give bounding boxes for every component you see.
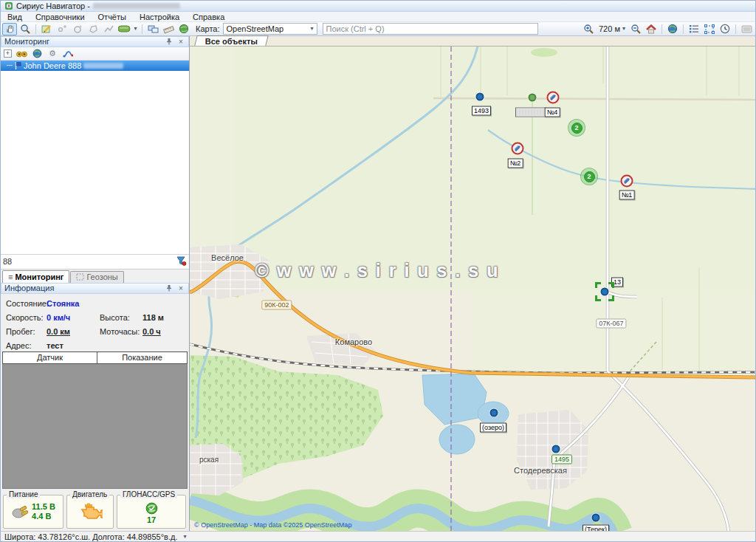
map-canvas[interactable]: Весёлое Комарово Стодеревская рская 90К-… [190,47,755,531]
altitude-label: Высота: [100,313,142,322]
expand-icon[interactable]: + [4,49,12,58]
globe-icon[interactable] [31,48,43,59]
tab-monitoring[interactable]: ≡ Мониторинг [2,270,69,283]
state-value: Стоянка [47,299,100,308]
speed-label: Скорость: [6,313,47,322]
gauge-gps-value: 17 [147,515,156,525]
main-toolbar: ▾ Карта: OpenStreetMap ▾ 720 м ▾ [1,22,755,36]
menu-otchety[interactable]: Отчёты [92,12,133,22]
toolbar-separator [735,24,736,34]
object-dot-ozero[interactable] [490,409,498,417]
redacted-map-label [515,108,546,117]
tree-toolbar: + ⚙ [1,47,189,61]
chevron-down-icon[interactable]: ▾ [183,534,186,540]
hours-value[interactable]: 0.0 ч [142,327,161,336]
gauge-power-value-1: 11.5 В [32,502,55,512]
map-provider-label: Карта: [196,24,220,33]
poi-label-n4[interactable]: №4 [545,108,560,117]
map-attribution: © OpenStreetMap - Map data ©2025 OpenStr… [194,521,351,529]
sensor-table-body [2,364,188,489]
globe-icon[interactable] [665,23,680,35]
list-icon[interactable] [687,23,701,35]
menu-bar: Вид Справочники Отчёты Настройка Справка [1,12,755,22]
poi-label-n1[interactable]: №1 [619,191,635,200]
road-shield-1495: 1495 [551,455,572,464]
close-icon[interactable]: × [176,37,185,46]
pump-glyph [515,145,520,151]
window-title: Сириус Навигатор - [16,1,90,10]
menu-vid[interactable]: Вид [1,12,29,22]
gauge-power: Питание 11.5 В 4.4 В [3,495,63,529]
object-dot-stoder[interactable] [552,445,560,453]
object-label-ozero[interactable]: (озеро) [480,423,506,433]
earth-icon[interactable] [176,23,191,35]
add-polygon-icon[interactable] [86,23,100,35]
menu-spravka[interactable]: Справка [186,12,231,22]
filter-funnel-icon[interactable] [176,256,187,267]
poi-marker-1[interactable] [621,175,633,188]
redacted-tree-text [83,63,123,69]
zoom-icon[interactable] [18,23,32,35]
frame-icon[interactable] [702,23,717,35]
tab-geozones[interactable]: Геозоны [70,271,123,283]
pan-icon[interactable] [2,23,17,35]
cluster-count: 2 [571,123,583,134]
state-label: Состояние: [6,299,47,308]
tab-monitoring-label: Мониторинг [15,272,63,281]
toolbar-separator [35,24,36,34]
screenshot-icon[interactable] [739,23,754,35]
satellite-icon [145,502,158,515]
track-icon[interactable] [62,48,74,59]
panel-tabs: ≡ Мониторинг Геозоны [1,270,189,283]
binoculars-icon[interactable] [16,48,27,59]
tab-geozones-label: Геозоны [86,272,117,281]
pin-icon[interactable] [165,284,173,292]
pin-icon[interactable] [165,37,173,46]
map-tiles [190,47,755,531]
zoom-out-icon[interactable] [628,23,643,35]
close-icon[interactable]: × [176,284,185,292]
screens-icon[interactable] [145,23,160,35]
add-circle-icon[interactable] [70,23,85,35]
poi-label-n2[interactable]: №2 [508,159,523,168]
object-dot-n4[interactable] [529,94,537,102]
add-route-icon[interactable] [101,23,116,35]
object-label-terek[interactable]: (Терек) [583,525,609,532]
tree-item-label: John Deere 888 [24,61,81,70]
tab-all-objects[interactable]: Все объекты [194,35,269,46]
coords-text: Широта: 43.78126°с.ш. Долгота: 44.89855°… [4,532,177,541]
object-dot-1493[interactable] [476,93,484,101]
frame-icon [76,273,84,281]
object-dot-terek[interactable] [592,514,600,522]
gauge-engine-label: Двигатель [70,490,109,498]
gauges-row: Питание 11.5 В 4.4 В Двигатель [1,489,189,531]
ruler-icon[interactable] [161,23,176,35]
home-icon[interactable] [644,23,659,35]
info-panel-title: Информация [4,284,162,292]
pump-glyph [624,178,630,184]
menu-nastroyka[interactable]: Настройка [133,12,186,22]
add-point-icon[interactable] [55,23,69,35]
info-panel-header: Информация × [1,283,189,294]
measure-icon[interactable]: ▾ [117,23,139,35]
menu-spravochniki[interactable]: Справочники [29,12,92,22]
zoom-in-icon[interactable] [581,23,596,35]
edit-geofence-icon[interactable] [39,23,54,35]
map-provider-select[interactable]: OpenStreetMap ▾ [223,23,317,35]
gear-icon[interactable]: ⚙ [47,48,58,59]
search-input[interactable] [323,23,538,35]
speed-value: 0 км/ч [47,313,100,322]
clock-icon[interactable] [718,23,732,35]
mileage-value[interactable]: 0.0 км [47,327,100,336]
object-label-1493[interactable]: 1493 [472,106,491,116]
gauge-engine: Двигатель [66,495,114,529]
tree-item-vehicle[interactable]: John Deere 888 [1,61,189,71]
poi-marker-4[interactable] [547,92,560,104]
app-window: Сириус Навигатор - Вид Справочники Отчёт… [0,0,756,542]
cluster-marker-b[interactable]: 2 [580,168,598,185]
tree-filter-input[interactable] [3,257,176,266]
poi-marker-2[interactable] [512,143,524,155]
toolbar-separator [683,24,684,34]
scale-select[interactable]: 720 м ▾ [597,23,628,35]
cluster-marker-a[interactable]: 2 [568,119,585,137]
